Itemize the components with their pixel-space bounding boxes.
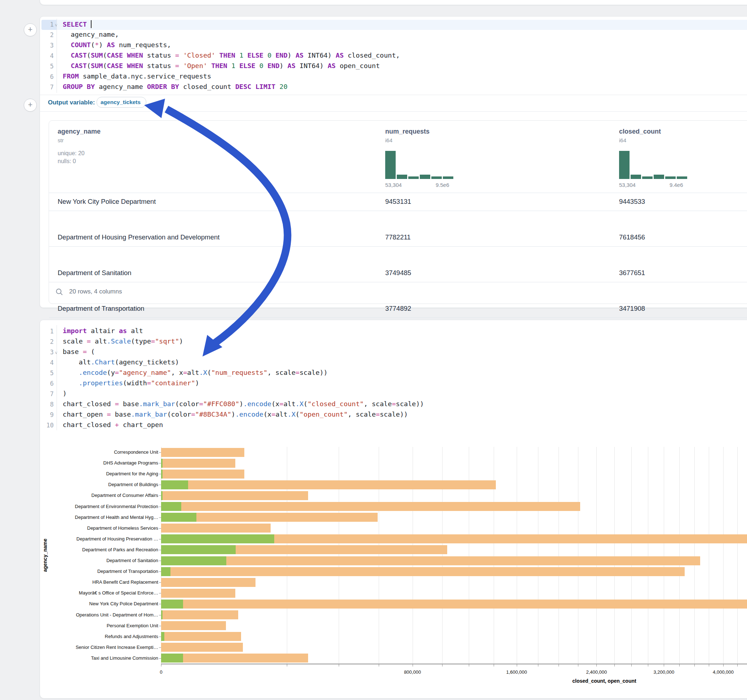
y-axis-label: Department of Parks and Recreation xyxy=(54,547,158,552)
output-variable-input[interactable]: agency_tickets xyxy=(97,97,146,108)
bar-closed-count xyxy=(161,599,747,608)
x-tick xyxy=(578,664,578,667)
code-line: agency_name, xyxy=(63,31,119,38)
sql-code-editor[interactable]: 1∨SELECT 2 agency_name,3 COUNT(*) AS num… xyxy=(40,17,747,95)
bar-closed-count xyxy=(161,621,226,630)
bar-closed-count xyxy=(161,589,235,598)
y-axis-label: Department of Health and Mental Hyg… xyxy=(54,514,158,520)
line-number: 3 xyxy=(40,42,54,49)
text-cursor xyxy=(91,20,92,28)
gridline xyxy=(442,447,443,664)
y-axis-label: Department of Housing Preservation … xyxy=(54,536,158,542)
search-icon[interactable] xyxy=(56,288,64,296)
x-tick xyxy=(494,664,494,667)
line-number: 1 xyxy=(40,328,54,335)
code-line: chart_closed = base.mark_bar(color="#FFC… xyxy=(63,400,424,407)
x-tick xyxy=(379,664,379,667)
python-code-editor[interactable]: 1import altair as alt2scale = alt.Scale(… xyxy=(40,320,747,432)
x-tick xyxy=(469,664,469,667)
histogram-min: 53,304 xyxy=(619,182,636,188)
gridline xyxy=(413,447,413,664)
y-axis-title: agency_name xyxy=(42,539,48,572)
gridline xyxy=(578,447,578,664)
x-tick xyxy=(679,664,680,667)
bar-open-count xyxy=(161,459,163,468)
x-tick xyxy=(694,664,695,667)
x-tick xyxy=(596,664,597,667)
gridline xyxy=(596,447,597,664)
x-axis-label: 4,000,000 xyxy=(713,669,734,675)
y-axis-label: New York City Police Department xyxy=(54,601,158,606)
bar-open-count xyxy=(161,632,164,641)
code-line: CAST(SUM(CASE WHEN status = 'Closed' THE… xyxy=(63,51,400,59)
dataframe-footer: 20 rows, 4 columns xyxy=(49,282,747,303)
y-axis-label: Department of Sanitation xyxy=(54,558,158,563)
column-type: i64 xyxy=(385,137,392,143)
column-header[interactable]: agency_name xyxy=(57,128,101,136)
code-line: scale = alt.Scale(type="sqrt") xyxy=(63,337,183,345)
gridline xyxy=(379,447,379,664)
code-line: .properties(width="container") xyxy=(63,379,199,387)
x-tick xyxy=(709,664,709,667)
column-type: i64 xyxy=(619,137,626,143)
x-tick xyxy=(631,664,632,667)
table-row[interactable]: Department of Sanitation37494853677651 xyxy=(49,264,747,282)
code-line: chart_closed + chart_open xyxy=(63,421,163,428)
gridline xyxy=(694,447,695,664)
line-number: 8 xyxy=(40,401,54,408)
code-line: .encode(y="agency_name", x=alt.X("num_re… xyxy=(63,369,328,376)
column-header[interactable]: num_requests xyxy=(385,128,429,136)
active-line-highlight xyxy=(57,20,747,30)
rows-columns-count: 20 rows, 4 columns xyxy=(69,288,122,295)
x-tick xyxy=(287,664,287,667)
y-axis-domain xyxy=(161,447,162,664)
gridline xyxy=(287,447,287,664)
gridline xyxy=(494,447,494,664)
line-number: 3 xyxy=(40,348,54,356)
line-number: 4 xyxy=(40,359,54,366)
bar-closed-count xyxy=(161,643,243,652)
x-tick xyxy=(737,664,738,667)
column-header[interactable]: closed_count xyxy=(619,128,661,136)
x-axis-label: 3,200,000 xyxy=(653,669,674,675)
line-number: 10 xyxy=(40,422,54,429)
table-cell: New York City Police Department xyxy=(57,198,156,206)
gridline xyxy=(558,447,559,664)
x-tick xyxy=(614,664,615,667)
output-variable-row: Output variable: agency_tickets xyxy=(40,95,747,112)
line-number: 7 xyxy=(40,83,54,91)
gridline xyxy=(723,447,724,664)
line-number: 2 xyxy=(40,338,54,345)
line-number: 6 xyxy=(40,380,54,387)
sql-cell: 1∨SELECT 2 agency_name,3 COUNT(*) AS num… xyxy=(39,16,747,308)
code-line: alt.Chart(agency_tickets) xyxy=(63,358,179,366)
add-cell-button-output[interactable]: + xyxy=(24,99,37,112)
y-axis-label: DHS Advantage Programs xyxy=(54,460,158,466)
x-axis-label: 1,600,000 xyxy=(506,669,527,675)
y-axis-label: Personal Exemption Unit xyxy=(54,623,158,628)
line-number: 4 xyxy=(40,52,54,59)
gridline xyxy=(631,447,632,664)
add-cell-button-top[interactable]: + xyxy=(24,23,37,36)
y-axis-label: Taxi and Limousine Commission xyxy=(54,655,158,661)
line-number: 7 xyxy=(40,390,54,398)
histogram-max: 9.5e6 xyxy=(435,182,449,188)
table-row[interactable]: New York City Police Department945313194… xyxy=(49,193,747,211)
bar-open-count xyxy=(161,469,163,478)
bar-open-count xyxy=(161,599,183,608)
table-row[interactable]: Department of Housing Preservation and D… xyxy=(49,229,747,247)
table-cell: Department of Transportation xyxy=(57,305,145,312)
table-cell: 7618456 xyxy=(619,233,645,241)
bar-closed-count xyxy=(161,610,238,619)
y-axis-label: Mayorâ€ s Office of Special Enforce… xyxy=(54,590,158,596)
code-line: SELECT xyxy=(63,20,92,28)
y-axis-label: Department of Homeless Services xyxy=(54,525,158,531)
table-cell: 3774892 xyxy=(385,305,411,312)
table-cell: Department of Sanitation xyxy=(57,269,132,277)
gridline xyxy=(469,447,469,664)
table-cell: Department of Housing Preservation and D… xyxy=(57,233,219,241)
code-line: FROM sample_data.nyc.service_requests xyxy=(63,72,211,80)
line-number: 5 xyxy=(40,63,54,70)
gridline xyxy=(614,447,615,664)
table-cell: 3677651 xyxy=(619,269,645,277)
